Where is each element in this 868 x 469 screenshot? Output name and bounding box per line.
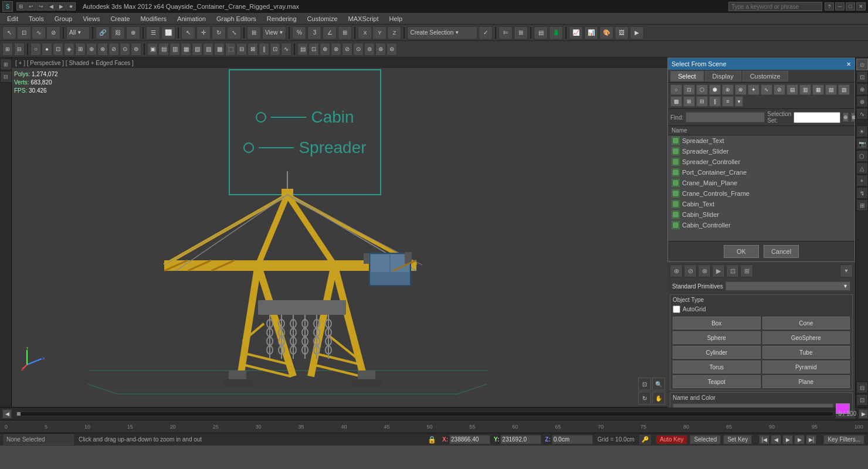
tb2-d9[interactable]: ⊟ bbox=[236, 43, 247, 56]
menu-rendering[interactable]: Rendering bbox=[262, 14, 301, 23]
toolbar-icon-1[interactable]: ⊞ bbox=[16, 2, 26, 11]
timeline-slider[interactable] bbox=[14, 407, 836, 420]
xyz-x[interactable]: X bbox=[358, 26, 372, 39]
sel-tb-15[interactable]: ▩ bbox=[670, 96, 682, 107]
goto-start-btn[interactable]: |◀ bbox=[759, 435, 769, 444]
menu-create[interactable]: Create bbox=[106, 14, 134, 23]
tb2-m4[interactable]: ⊗ bbox=[331, 43, 341, 56]
material-editor[interactable]: 🎨 bbox=[599, 26, 613, 39]
zoom-extents-btn[interactable]: ⊡ bbox=[638, 378, 651, 390]
obj-type-cone[interactable]: Cone bbox=[762, 317, 850, 329]
fr-render[interactable]: ⊡ bbox=[856, 71, 868, 83]
rect-select[interactable]: ⬜ bbox=[161, 26, 175, 39]
tb2-d1[interactable]: ▣ bbox=[147, 43, 158, 56]
fr-system[interactable]: ⊞ bbox=[856, 199, 868, 211]
tb2-m6[interactable]: ⊙ bbox=[353, 43, 364, 56]
sel-tb-3[interactable]: ⬡ bbox=[696, 84, 708, 95]
snap-3d[interactable]: 3 bbox=[307, 26, 321, 39]
autogrid-checkbox[interactable] bbox=[673, 305, 680, 313]
toolbar-icon-5[interactable]: ▶ bbox=[56, 2, 66, 11]
orbit-btn[interactable]: ↻ bbox=[638, 392, 651, 405]
sel-tb-20[interactable]: ▼ bbox=[735, 96, 743, 107]
scale-tool[interactable]: ⤡ bbox=[227, 26, 241, 39]
tb2-d11[interactable]: ∥ bbox=[259, 43, 269, 56]
select-region-tool[interactable]: ⊡ bbox=[17, 26, 31, 39]
sel-tb-1[interactable]: ○ bbox=[670, 84, 682, 95]
scene-explorer[interactable]: 🌲 bbox=[549, 26, 563, 39]
sel-set-btn1[interactable]: ⊕ bbox=[843, 113, 849, 122]
obj-type-plane[interactable]: Plane bbox=[762, 375, 850, 388]
select-obj[interactable]: ↖ bbox=[181, 26, 195, 39]
tb2-r3[interactable]: ⊡ bbox=[53, 43, 63, 56]
zoom-btn[interactable]: 🔍 bbox=[652, 378, 665, 390]
menu-customize[interactable]: Customize bbox=[303, 14, 343, 23]
list-item[interactable]: Spreader_Controller bbox=[668, 157, 855, 167]
list-item[interactable]: Crane_Main_Plane bbox=[668, 178, 855, 188]
find-input[interactable] bbox=[686, 112, 765, 123]
list-item[interactable]: Cabin_Slider bbox=[668, 209, 855, 220]
ri-create[interactable]: ⊕ bbox=[670, 264, 683, 277]
sel-tb-12[interactable]: ▦ bbox=[812, 84, 824, 95]
sel-tb-18[interactable]: ∥ bbox=[709, 96, 721, 107]
schematic-view[interactable]: 📊 bbox=[584, 26, 598, 39]
obj-type-geosphere[interactable]: GeoSphere bbox=[762, 331, 850, 344]
sel-tb-2[interactable]: ⊡ bbox=[683, 84, 695, 95]
sel-tb-9[interactable]: ⊘ bbox=[774, 84, 785, 95]
ref-coord[interactable]: ⊞ bbox=[247, 26, 261, 39]
tb2-d10[interactable]: ⊠ bbox=[247, 43, 258, 56]
list-item[interactable]: Crane_Controls_Frame bbox=[668, 188, 855, 199]
search-input[interactable] bbox=[728, 2, 822, 11]
obj-type-tube[interactable]: Tube bbox=[762, 346, 850, 359]
named-sel-btn[interactable]: ✓ bbox=[479, 26, 493, 39]
lasso-tool[interactable]: ∿ bbox=[32, 26, 46, 39]
viewport-content[interactable]: Polys: 1,274,072 Verts: 683,820 FPS: 30.… bbox=[12, 68, 667, 407]
toolbar-icon-2[interactable]: ↩ bbox=[26, 2, 36, 11]
obj-type-cylinder[interactable]: Cylinder bbox=[673, 346, 761, 359]
tb2-m9[interactable]: ⊜ bbox=[386, 43, 397, 56]
close-btn[interactable]: ✕ bbox=[856, 2, 866, 11]
filter-dropdown[interactable]: All▼ bbox=[66, 26, 90, 39]
sel-tb-5[interactable]: ⊕ bbox=[722, 84, 734, 95]
list-item[interactable]: Port_Container_Crane bbox=[668, 167, 855, 178]
obj-type-box[interactable]: Box bbox=[673, 317, 761, 329]
angle-snap[interactable]: ∠ bbox=[323, 26, 337, 39]
obj-type-teapot[interactable]: Teapot bbox=[673, 375, 761, 388]
menu-edit[interactable]: Edit bbox=[2, 14, 23, 23]
tb2-m2[interactable]: ⊡ bbox=[308, 43, 319, 56]
std-prim-dropdown[interactable]: ▼ bbox=[725, 281, 850, 291]
fr-env[interactable]: ⊕ bbox=[856, 83, 868, 95]
render-setup[interactable]: 🖼 bbox=[615, 26, 629, 39]
bind-tool[interactable]: ⊕ bbox=[126, 26, 140, 39]
key-filters-btn[interactable]: Key Filters... bbox=[823, 435, 864, 444]
list-item[interactable]: Cabin_Controller bbox=[668, 220, 855, 230]
ok-button[interactable]: OK bbox=[724, 245, 759, 258]
tb2-d4[interactable]: ▦ bbox=[181, 43, 191, 56]
sel-tb-14[interactable]: ▨ bbox=[838, 84, 850, 95]
xyz-z[interactable]: Z bbox=[387, 26, 401, 39]
sel-tb-17[interactable]: ⊟ bbox=[696, 96, 708, 107]
tb2-d8[interactable]: ⬚ bbox=[225, 43, 236, 56]
toolbar-icon-3[interactable]: ↪ bbox=[36, 2, 46, 11]
tb2-r2[interactable]: ● bbox=[42, 43, 52, 56]
lock-btn[interactable]: 🔑 bbox=[639, 435, 651, 444]
fr-scene[interactable]: ⊙ bbox=[856, 59, 868, 70]
selection-set-input[interactable] bbox=[794, 112, 840, 123]
left-p1[interactable]: ⊞ bbox=[0, 59, 12, 70]
fr-light[interactable]: ☀ bbox=[856, 125, 868, 137]
view-dropdown[interactable]: View▼ bbox=[262, 26, 286, 39]
cancel-button[interactable]: Cancel bbox=[764, 245, 799, 258]
align-tool[interactable]: ⊞ bbox=[514, 26, 528, 39]
list-item[interactable]: Spreader_Slider bbox=[668, 146, 855, 157]
tb2-1[interactable]: ⊞ bbox=[2, 43, 13, 56]
tb2-m1[interactable]: ▤ bbox=[297, 43, 308, 56]
tab-display[interactable]: Display bbox=[705, 71, 741, 81]
tb2-r10[interactable]: ⊚ bbox=[131, 43, 141, 56]
fr-geo[interactable]: ⬡ bbox=[856, 150, 868, 162]
fr-shape[interactable]: △ bbox=[856, 162, 868, 174]
move-tool[interactable]: ✛ bbox=[196, 26, 211, 39]
obj-type-torus[interactable]: Torus bbox=[673, 361, 761, 373]
maximize-btn[interactable]: □ bbox=[846, 2, 855, 11]
tb2-d6[interactable]: ▨ bbox=[203, 43, 213, 56]
toolbar-icon-6[interactable]: ★ bbox=[66, 2, 76, 11]
prev-frame-btn[interactable]: ◀ bbox=[771, 435, 781, 444]
